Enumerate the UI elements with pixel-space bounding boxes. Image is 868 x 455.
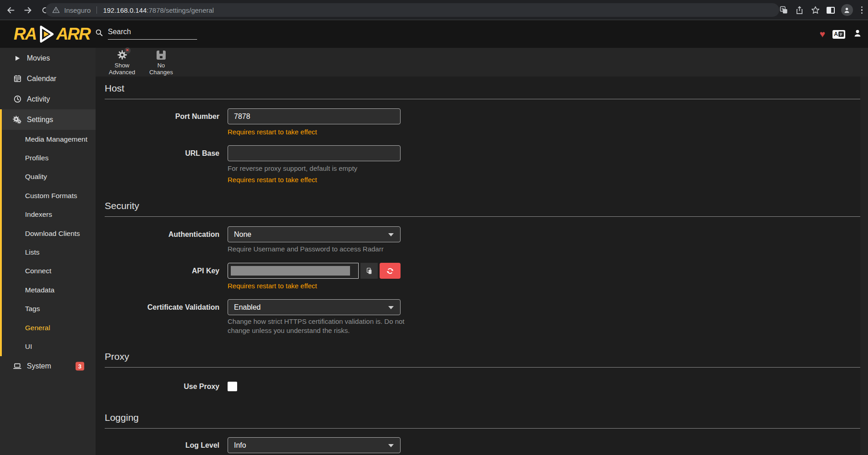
radarr-logo[interactable]: RA ARR — [14, 23, 90, 45]
save-floppy-icon — [157, 49, 166, 61]
general-settings-page: Host Port Number Requires restart to tak… — [96, 77, 868, 455]
not-secure-warning-icon[interactable] — [52, 6, 60, 14]
authentication-row: Authentication None — [96, 226, 860, 242]
port-number-label: Port Number — [96, 108, 228, 124]
sidebar-item-label: Movies — [27, 54, 50, 62]
api-key-label: API Key — [96, 263, 228, 279]
sidebar-settings-group: Settings Media Management Profiles Quali… — [0, 109, 96, 356]
logo-text-right: ARR — [56, 25, 90, 44]
browser-side-panel-icon[interactable] — [827, 7, 835, 14]
use-proxy-checkbox[interactable] — [228, 382, 237, 391]
url-host[interactable]: 192.168.0.144 — [103, 6, 147, 14]
sidebar-item-download-clients[interactable]: Download Clients — [2, 224, 96, 243]
use-proxy-label: Use Proxy — [96, 382, 228, 391]
certificate-validation-label: Certificate Validation — [96, 299, 228, 315]
address-bar-divider — [96, 6, 97, 14]
sidebar-item-tags[interactable]: Tags — [2, 300, 96, 318]
copy-api-key-button[interactable] — [360, 263, 378, 279]
url-base-row: URL Base — [96, 145, 860, 161]
sidebar-item-label: Calendar — [27, 75, 56, 83]
sidebar-item-custom-formats[interactable]: Custom Formats — [2, 186, 96, 205]
port-restart-warning: Requires restart to take effect — [228, 128, 317, 137]
regenerate-api-key-button[interactable] — [380, 263, 401, 279]
url-path[interactable]: :7878/settings/general — [147, 6, 214, 14]
user-account-icon[interactable] — [853, 28, 863, 40]
address-bar[interactable]: Inseguro 192.168.0.144:7878/settings/gen… — [46, 3, 779, 17]
sidebar-item-settings[interactable]: Settings — [2, 109, 96, 130]
gears-icon — [13, 115, 22, 124]
url-base-restart-warning: Requires restart to take effect — [228, 175, 317, 184]
settings-toolbar: ✕ Show Advanced No Changes — [96, 48, 868, 77]
system-health-badge: 3 — [76, 362, 84, 371]
sidebar-item-lists[interactable]: Lists — [2, 243, 96, 261]
donate-heart-icon[interactable]: ♥ — [820, 29, 825, 40]
sidebar-item-ui[interactable]: UI — [2, 337, 96, 356]
page-translate-badge-icon[interactable]: A — [832, 30, 845, 39]
play-emblem-icon — [37, 24, 55, 44]
section-title-logging: Logging — [105, 411, 860, 429]
port-number-row: Port Number — [96, 108, 860, 124]
logo-text-left: RA — [14, 25, 36, 44]
url-base-input[interactable] — [228, 145, 401, 161]
browser-forward-button[interactable] — [21, 3, 35, 17]
browser-menu-icon[interactable] — [859, 6, 865, 14]
port-number-input[interactable] — [228, 108, 401, 124]
authentication-select[interactable]: None — [228, 226, 401, 242]
sidebar-item-metadata[interactable]: Metadata — [2, 281, 96, 299]
sidebar-item-connect[interactable]: Connect — [2, 262, 96, 281]
browser-profile-avatar[interactable] — [841, 4, 853, 16]
api-key-restart-warning: Requires restart to take effect — [228, 281, 317, 291]
sidebar-item-profiles[interactable]: Profiles — [2, 148, 96, 167]
url-base-helper: For reverse proxy support, default is em… — [228, 164, 357, 173]
certificate-validation-row: Certificate Validation Enabled — [96, 299, 860, 315]
search-input[interactable] — [108, 27, 197, 40]
certificate-validation-select[interactable]: Enabled — [228, 299, 401, 315]
authentication-helper: Require Username and Password to access … — [228, 245, 384, 254]
api-key-row: API Key — [96, 263, 860, 279]
sidebar-item-system[interactable]: System 3 — [0, 356, 96, 377]
movies-play-icon — [13, 54, 22, 63]
show-advanced-button[interactable]: ✕ Show Advanced — [106, 49, 138, 76]
use-proxy-row: Use Proxy — [96, 382, 860, 391]
search-icon — [95, 28, 103, 37]
sidebar-item-label: System — [27, 362, 51, 370]
save-changes-button[interactable]: No Changes — [145, 49, 178, 76]
section-title-security: Security — [105, 199, 860, 217]
authentication-label: Authentication — [96, 226, 228, 242]
browser-bookmark-star-icon[interactable] — [811, 5, 820, 15]
browser-share-icon[interactable] — [795, 5, 804, 15]
sidebar-item-indexers[interactable]: Indexers — [2, 205, 96, 224]
sidebar: Movies Calendar Activity Settings Media … — [0, 48, 96, 455]
sidebar-item-label: Activity — [27, 95, 50, 103]
log-level-row: Log Level Info — [96, 437, 860, 453]
sidebar-item-media-management[interactable]: Media Management — [2, 130, 96, 148]
section-title-host: Host — [105, 82, 860, 99]
sidebar-item-quality[interactable]: Quality — [2, 168, 96, 186]
browser-toolbar: Inseguro 192.168.0.144:7878/settings/gen… — [0, 0, 868, 20]
scrollbar-track[interactable] — [860, 77, 868, 455]
log-level-label: Log Level — [96, 437, 228, 453]
sidebar-item-activity[interactable]: Activity — [0, 89, 96, 109]
url-base-label: URL Base — [96, 145, 228, 161]
api-key-masked-value — [231, 266, 350, 276]
sidebar-item-general[interactable]: General — [2, 318, 96, 337]
clock-icon — [13, 95, 22, 104]
advanced-off-x-icon: ✕ — [124, 47, 131, 54]
sidebar-item-movies[interactable]: Movies — [0, 48, 96, 68]
log-level-select[interactable]: Info — [228, 437, 401, 453]
browser-translate-icon[interactable] — [779, 5, 788, 15]
app-header: RA ARR ♥ A — [0, 20, 868, 48]
api-key-input[interactable] — [228, 263, 359, 279]
certificate-validation-helper: Change how strict HTTPS certification va… — [228, 317, 405, 335]
sidebar-item-calendar[interactable]: Calendar — [0, 68, 96, 89]
browser-back-button[interactable] — [4, 3, 17, 17]
not-secure-label[interactable]: Inseguro — [64, 6, 91, 14]
section-title-proxy: Proxy — [105, 350, 860, 368]
sidebar-item-label: Settings — [27, 116, 53, 124]
laptop-icon — [13, 362, 22, 371]
calendar-icon — [13, 74, 22, 83]
advanced-gear-icon: ✕ — [117, 49, 127, 61]
